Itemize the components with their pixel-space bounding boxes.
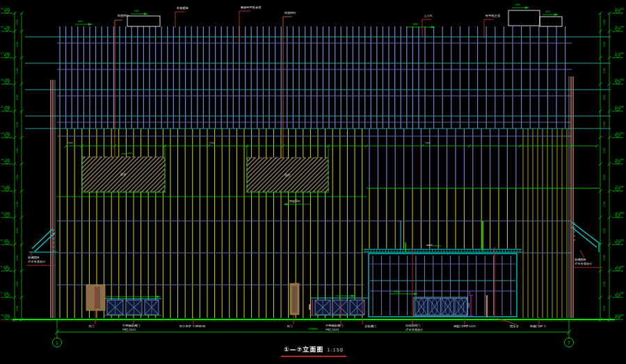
svg-text:2700: 2700 <box>16 255 19 260</box>
svg-text:百叶: 百叶 <box>120 172 127 176</box>
drawing-title-text: ①—⑦立面图 <box>284 346 323 353</box>
svg-text:1800: 1800 <box>394 290 401 293</box>
svg-text:全玻璃门: 全玻璃门 <box>364 324 376 328</box>
svg-text:防火卷帘 FJM3030: 防火卷帘 FJM3030 <box>179 324 205 328</box>
svg-text:铝单板压顶: 铝单板压顶 <box>485 14 501 17</box>
svg-text:FM乙1521: FM乙1521 <box>122 328 136 331</box>
drawing-title: ①—⑦立面图1:150 <box>281 345 346 357</box>
svg-text:2700: 2700 <box>603 306 606 311</box>
svg-text:玻璃雨篷: 玻璃雨篷 <box>575 258 586 261</box>
svg-text:16.200: 16.200 <box>1 158 10 161</box>
svg-text:2500: 2500 <box>467 303 470 308</box>
svg-text:雨水管: 雨水管 <box>510 324 519 328</box>
svg-text:防雨百叶: 防雨百叶 <box>284 11 297 15</box>
svg-text:8.100: 8.100 <box>616 239 624 242</box>
svg-text:2700: 2700 <box>603 68 606 74</box>
svg-text:27.000: 27.000 <box>615 52 624 55</box>
svg-text:1: 1 <box>56 340 58 346</box>
svg-text:13.500: 13.500 <box>615 185 624 188</box>
svg-text:24.300: 24.300 <box>1 78 10 81</box>
svg-text:59400: 59400 <box>308 327 318 331</box>
svg-text:29.700: 29.700 <box>615 26 624 28</box>
svg-text:2700: 2700 <box>603 122 606 127</box>
svg-text:防雨百叶: 防雨百叶 <box>289 199 300 203</box>
svg-text:FM乙1521: FM乙1521 <box>326 328 339 331</box>
svg-text:百叶: 百叶 <box>284 173 291 177</box>
svg-text:木门: 木门 <box>88 324 94 328</box>
svg-text:不锈钢玻璃门: 不锈钢玻璃门 <box>122 324 140 327</box>
svg-text:900: 900 <box>515 3 521 6</box>
svg-text:18.900: 18.900 <box>1 132 10 135</box>
svg-text:2700: 2700 <box>603 148 606 154</box>
svg-text:格栅门GM-1: 格栅门GM-1 <box>529 324 546 328</box>
svg-text:2700: 2700 <box>16 122 19 127</box>
svg-text:2: 2 <box>469 292 470 295</box>
svg-text:24.300: 24.300 <box>615 78 624 81</box>
svg-text:详见专项设计: 详见专项设计 <box>28 260 46 263</box>
svg-text:2700: 2700 <box>603 255 606 260</box>
svg-text:2700: 2700 <box>603 174 606 180</box>
svg-text:8.100: 8.100 <box>1 239 8 242</box>
svg-text:自动旋转门: 自动旋转门 <box>406 324 420 327</box>
svg-text:7500: 7500 <box>67 142 73 144</box>
svg-text:2700: 2700 <box>603 42 606 47</box>
svg-text:600: 600 <box>413 22 419 26</box>
svg-text:7500: 7500 <box>209 142 215 144</box>
svg-text:检修爬梯: 检修爬梯 <box>177 6 188 10</box>
svg-text:13.500: 13.500 <box>1 185 10 188</box>
svg-text:2700: 2700 <box>16 228 19 233</box>
svg-text:木门: 木门 <box>287 324 292 328</box>
svg-text:±0.000: ±0.000 <box>1 314 10 317</box>
svg-text:2700: 2700 <box>603 19 606 25</box>
svg-text:详见专项设计: 详见专项设计 <box>575 262 593 265</box>
svg-text:2700: 2700 <box>16 42 19 47</box>
svg-text:玻璃雨篷: 玻璃雨篷 <box>28 256 40 259</box>
svg-text:2.700: 2.700 <box>616 292 624 295</box>
revolving-door <box>414 297 467 316</box>
svg-text:2.700: 2.700 <box>1 292 8 295</box>
svg-text:2700: 2700 <box>603 94 606 100</box>
svg-text:5.400: 5.400 <box>616 265 624 268</box>
svg-text:10.800: 10.800 <box>615 212 624 215</box>
svg-text:2700: 2700 <box>603 228 606 233</box>
svg-text:2700: 2700 <box>603 201 606 207</box>
svg-text:21.600: 21.600 <box>1 106 10 108</box>
svg-text:2700: 2700 <box>16 174 19 180</box>
svg-text:2700: 2700 <box>16 19 19 25</box>
svg-text:2700: 2700 <box>603 281 606 287</box>
svg-text:2700: 2700 <box>16 306 19 311</box>
drawing-scale: 1:150 <box>327 347 344 353</box>
svg-text:不锈钢玻璃门: 不锈钢玻璃门 <box>325 324 343 327</box>
svg-text:2700: 2700 <box>16 68 19 74</box>
svg-text:16.200: 16.200 <box>615 158 624 161</box>
svg-text:27.000: 27.000 <box>1 52 10 55</box>
svg-text:2700: 2700 <box>16 148 19 154</box>
svg-text:7: 7 <box>568 340 570 346</box>
svg-text:10.800: 10.800 <box>1 212 10 215</box>
svg-text:31.500: 31.500 <box>1 8 10 10</box>
cad-drawing-viewport[interactable]: 百叶百叶75007500750022500594001731.50029.700… <box>0 0 626 364</box>
svg-text:5.400: 5.400 <box>1 265 8 268</box>
svg-text:2700: 2700 <box>16 94 19 100</box>
svg-text:450: 450 <box>545 10 551 13</box>
svg-text:21.600: 21.600 <box>615 106 624 108</box>
svg-text:2700: 2700 <box>16 281 19 287</box>
svg-text:600: 600 <box>78 19 83 23</box>
svg-text:上人孔: 上人孔 <box>424 14 433 17</box>
svg-text:2700: 2700 <box>16 201 19 207</box>
svg-text:防雨百叶: 防雨百叶 <box>118 14 130 17</box>
svg-text:29.700: 29.700 <box>1 26 10 28</box>
elevation-drawing: 百叶百叶75007500750022500594001731.50029.700… <box>0 0 626 364</box>
svg-text:31.500: 31.500 <box>615 8 624 10</box>
svg-text:7500: 7500 <box>424 142 431 144</box>
svg-text:氟碳铝单板幕墙: 氟碳铝单板幕墙 <box>241 6 262 9</box>
svg-text:500: 500 <box>134 9 140 13</box>
svg-text:18.900: 18.900 <box>615 132 624 135</box>
svg-text:±0.000: ±0.000 <box>615 314 624 317</box>
svg-text:详见专项设计: 详见专项设计 <box>406 328 424 331</box>
